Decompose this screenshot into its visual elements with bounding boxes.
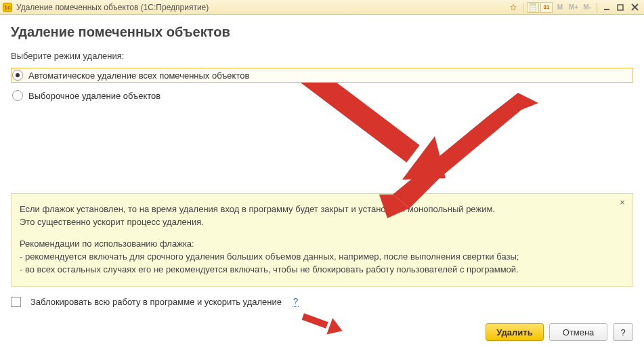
hint-rec-title: Рекомендации по использованию флажка: bbox=[20, 238, 614, 251]
radio-label: Автоматическое удаление всех помеченных … bbox=[28, 70, 249, 81]
maximize-icon[interactable] bbox=[614, 2, 626, 13]
svg-rect-5 bbox=[530, 9, 532, 10]
svg-rect-3 bbox=[532, 7, 534, 8]
delete-button[interactable]: Удалить bbox=[486, 323, 544, 341]
calendar-icon[interactable]: 31 bbox=[540, 2, 553, 13]
hint-line: Если флажок установлен, то на время удал… bbox=[20, 203, 614, 216]
window-titlebar: 1c Удаление помеченных объектов (1С:Пред… bbox=[0, 0, 644, 15]
memory-mminus-button[interactable]: M- bbox=[581, 2, 593, 13]
svg-rect-1 bbox=[530, 4, 536, 6]
app-icon: 1c bbox=[3, 3, 12, 12]
svg-rect-9 bbox=[618, 5, 623, 10]
hint-close-button[interactable]: × bbox=[618, 198, 627, 207]
radio-label: Выборочное удаление объектов bbox=[28, 91, 160, 101]
favorite-icon[interactable] bbox=[507, 2, 519, 13]
hint-rec-line: - во всех остальных случаях его не реком… bbox=[20, 264, 614, 276]
radio-icon bbox=[12, 90, 23, 101]
hint-line: Это существенно ускорит процесс удаления… bbox=[20, 216, 614, 229]
svg-rect-7 bbox=[534, 9, 536, 10]
radio-mode-selective[interactable]: Выборочное удаление объектов bbox=[11, 88, 633, 103]
svg-rect-8 bbox=[604, 9, 609, 10]
window-title: Удаление помеченных объектов (1С:Предпри… bbox=[16, 3, 209, 12]
radio-icon bbox=[12, 70, 23, 81]
svg-rect-6 bbox=[532, 9, 534, 10]
block-program-help-link[interactable]: ? bbox=[293, 296, 299, 307]
block-program-label: Заблокировать всю работу в программе и у… bbox=[30, 297, 282, 307]
footer-buttons: Удалить Отмена ? bbox=[11, 318, 633, 341]
hint-rec-line: - рекомендуется включать для срочного уд… bbox=[20, 251, 614, 264]
svg-rect-2 bbox=[530, 7, 532, 8]
hint-panel: × Если флажок установлен, то на время уд… bbox=[11, 193, 633, 287]
block-program-checkbox[interactable] bbox=[11, 297, 21, 307]
calculator-icon[interactable] bbox=[527, 2, 539, 13]
memory-mplus-button[interactable]: M+ bbox=[567, 2, 580, 13]
page-title: Удаление помеченных объектов bbox=[11, 24, 633, 40]
help-button[interactable]: ? bbox=[613, 323, 633, 341]
radio-mode-auto[interactable]: Автоматическое удаление всех помеченных … bbox=[11, 68, 633, 83]
mode-prompt: Выберите режим удаления: bbox=[11, 51, 633, 61]
block-program-row: Заблокировать всю работу в программе и у… bbox=[11, 296, 633, 307]
cancel-button[interactable]: Отмена bbox=[549, 323, 607, 341]
memory-m-button[interactable]: M bbox=[554, 2, 566, 13]
svg-rect-4 bbox=[534, 7, 536, 8]
close-icon[interactable] bbox=[628, 2, 641, 13]
minimize-icon[interactable] bbox=[601, 2, 613, 13]
